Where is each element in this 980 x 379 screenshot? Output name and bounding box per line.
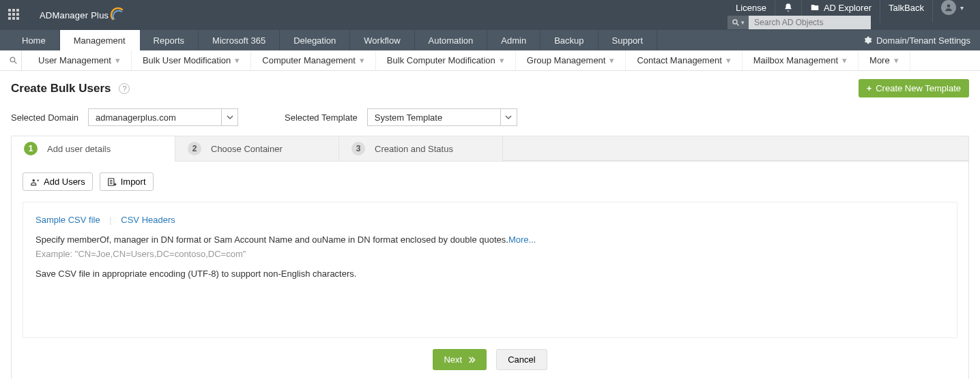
sample-csv-link[interactable]: Sample CSV file [35,215,100,225]
tab-admin[interactable]: Admin [487,30,541,50]
wizard-step-3[interactable]: 3 Creation and Status [339,136,503,161]
template-label: Selected Template [285,112,358,123]
domain-label: Selected Domain [11,112,78,123]
info-line-2: Save CSV file in appropriate encoding (U… [35,269,945,279]
double-chevron-right-icon [467,356,476,364]
info-text-1: Specify memberOf, manager in DN format o… [35,234,508,245]
tab-m365[interactable]: Microsoft 365 [199,30,280,50]
tab-workflow[interactable]: Workflow [350,30,414,50]
footer-buttons: Next Cancel [23,338,957,379]
svg-point-1 [733,20,737,24]
svg-point-3 [10,57,15,62]
subnav-computer-management[interactable]: Computer Management▾ [251,50,376,70]
tab-automation[interactable]: Automation [415,30,488,50]
chevron-down-icon[interactable] [221,109,237,125]
chevron-down-icon: ▾ [609,55,614,65]
subnav-bulk-user-modification[interactable]: Bulk User Modification▾ [132,50,251,70]
create-btn-label: Create New Template [876,83,961,93]
svg-point-0 [947,4,951,7]
subnav-more[interactable]: More▾ [859,50,910,70]
page-title: Create Bulk Users [11,82,111,95]
subnav-mailbox-management[interactable]: Mailbox Management▾ [743,50,859,70]
tab-reports[interactable]: Reports [140,30,199,50]
tab-management-label: Management [74,35,126,46]
chevron-down-icon: ▾ [500,55,504,65]
subnav-label: Mailbox Management [753,55,838,65]
apps-grid-icon[interactable] [8,9,20,21]
chevron-down-icon: ▾ [894,55,899,65]
topbar: ADManager Plus License AD Explo [0,0,980,30]
cancel-button[interactable]: Cancel [496,349,547,370]
chevron-down-icon: ▾ [960,4,964,12]
domain-select[interactable]: admanagerplus.com [88,108,238,126]
template-select[interactable]: System Template [367,108,517,126]
subnav-label: Bulk User Modification [143,55,231,65]
ad-explorer-label: AD Explorer [824,3,871,13]
domain-value: admanagerplus.com [89,109,221,125]
info-panel: Sample CSV file | CSV Headers Specify me… [23,202,957,338]
talkback-label: TalkBack [889,3,924,13]
domain-tenant-settings[interactable]: Domain/Tenant Settings [853,30,980,50]
step-number: 3 [351,142,365,155]
tab-backup-label: Backup [554,35,583,46]
subnav-label: Computer Management [262,55,356,65]
selection-row: Selected Domain admanagerplus.com Select… [0,106,980,136]
tab-workflow-label: Workflow [364,35,400,46]
tab-support-label: Support [612,35,644,46]
search-icon: ▾ [727,16,749,29]
subnav-bulk-computer-modification[interactable]: Bulk Computer Modification▾ [376,50,516,70]
topbar-right: License AD Explorer TalkBack ▾ [727,0,972,30]
next-button[interactable]: Next [433,349,487,370]
more-link[interactable]: More... [508,234,536,245]
folder-icon [810,3,820,12]
brand-text-b: Plus [91,10,109,20]
import-label: Import [121,177,146,187]
tab-reports-label: Reports [154,35,185,46]
chevron-down-icon: ▾ [360,55,364,65]
user-circle-icon [941,0,956,15]
import-button[interactable]: Import [100,172,154,191]
chevron-down-icon: ▾ [842,55,847,65]
add-users-icon [30,177,40,187]
tab-m365-label: Microsoft 365 [212,35,265,46]
user-menu[interactable]: ▾ [932,0,972,22]
talkback-link[interactable]: TalkBack [880,0,932,22]
info-line-1: Specify memberOf, manager in DN format o… [35,234,945,245]
wizard-content: Add Users Import Sample CSV file | CSV H… [11,162,969,379]
tab-backup[interactable]: Backup [541,30,598,50]
csv-headers-link[interactable]: CSV Headers [121,215,175,225]
step-label: Choose Container [211,144,283,154]
domain-settings-label: Domain/Tenant Settings [876,35,970,46]
tab-support[interactable]: Support [599,30,658,50]
add-users-button[interactable]: Add Users [23,172,93,191]
help-icon[interactable]: ? [119,83,130,94]
tab-home[interactable]: Home [8,30,60,50]
subnav-user-management[interactable]: User Management▾ [27,50,132,70]
search-ad-objects[interactable]: ▾ [727,16,871,29]
chevron-down-icon: ▾ [726,55,731,65]
svg-line-2 [737,24,739,26]
brand-logo: ADManager Plus [40,8,124,22]
tab-delegation[interactable]: Delegation [280,30,350,50]
step-number: 2 [188,142,201,155]
svg-line-4 [14,61,16,63]
template-value: System Template [368,109,500,125]
tab-admin-label: Admin [501,35,526,46]
plus-icon: + [867,83,872,93]
wizard-step-2[interactable]: 2 Choose Container [175,136,339,161]
tab-home-label: Home [22,35,46,46]
tab-management[interactable]: Management [60,30,140,50]
wizard-tabs: 1 Add user details 2 Choose Container 3 … [11,136,969,162]
subnav-group-management[interactable]: Group Management▾ [516,50,626,70]
create-new-template-button[interactable]: + Create New Template [859,79,969,97]
separator: | [109,215,111,225]
subnav-contact-management[interactable]: Contact Management▾ [626,50,742,70]
subnav-search-button[interactable] [5,50,22,70]
chevron-down-icon[interactable] [500,109,517,125]
next-label: Next [444,354,462,365]
search-input[interactable] [749,16,871,29]
gear-icon [863,35,872,45]
subnav-label: Bulk Computer Modification [387,55,495,65]
step-label: Creation and Status [375,144,453,154]
wizard-step-1[interactable]: 1 Add user details [12,136,175,162]
